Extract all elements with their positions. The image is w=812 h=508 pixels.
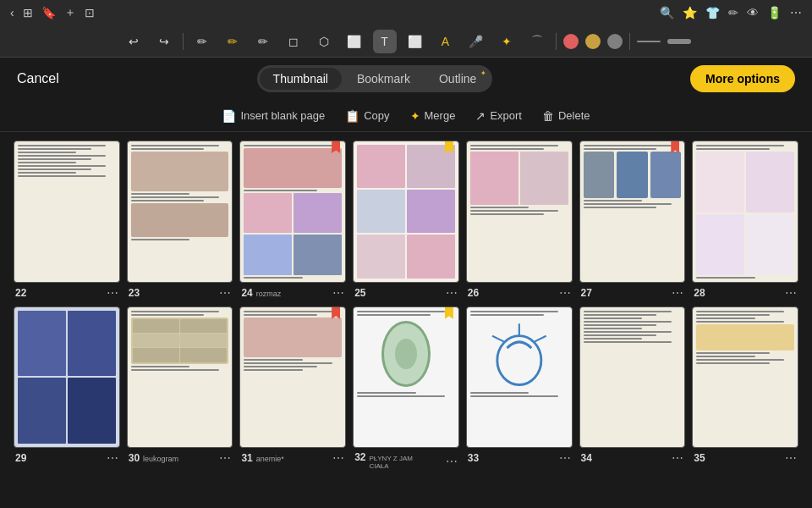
text-line: [244, 145, 332, 146]
text-line: [696, 145, 784, 146]
eye-icon[interactable]: 👁: [747, 6, 759, 19]
text-line: [244, 311, 332, 312]
script-btn[interactable]: ✦: [495, 30, 518, 53]
crop-icon[interactable]: ⊡: [85, 6, 95, 19]
text-line: [584, 203, 672, 205]
page-more-btn[interactable]: ⋯: [446, 455, 458, 468]
page-more-btn[interactable]: ⋯: [219, 286, 231, 300]
export-action[interactable]: ↗ Export: [475, 109, 522, 123]
thumbnail-23[interactable]: [127, 141, 233, 283]
copy-action[interactable]: 📋 Copy: [345, 109, 389, 123]
lasso-btn[interactable]: ⬡: [312, 30, 336, 53]
image-block: [244, 318, 342, 357]
line-style2[interactable]: [667, 39, 691, 44]
page-more-btn[interactable]: ⋯: [559, 286, 571, 300]
micro-cell: [696, 214, 744, 275]
text-line: [470, 311, 558, 312]
page-more-btn[interactable]: ⋯: [446, 286, 458, 300]
add-icon[interactable]: ＋: [64, 5, 76, 20]
cancel-button[interactable]: Cancel: [17, 71, 59, 86]
page-more-btn[interactable]: ⋯: [332, 286, 344, 300]
pencil-btn[interactable]: ✏: [251, 30, 275, 53]
micro-cell: [244, 193, 292, 233]
tab-bookmark[interactable]: Bookmark: [343, 68, 424, 90]
star-icon[interactable]: ⭐: [683, 6, 697, 19]
thumbnail-26[interactable]: [466, 141, 573, 283]
grid-icon[interactable]: ⊞: [23, 6, 33, 19]
copy-label: Copy: [364, 109, 389, 122]
line-style1[interactable]: [637, 41, 661, 42]
color-red[interactable]: [563, 34, 579, 49]
thumbnail-29[interactable]: [14, 306, 120, 449]
page-more-btn[interactable]: ⋯: [785, 286, 797, 300]
tab-thumbnail[interactable]: Thumbnail: [260, 68, 342, 90]
undo-btn[interactable]: ↩: [122, 30, 145, 53]
thumbnail-30[interactable]: [127, 306, 233, 449]
text-line: [470, 392, 529, 394]
micro-image: [696, 152, 794, 275]
insert-page-action[interactable]: 📄 Insert blank page: [222, 109, 325, 123]
text-line: [584, 334, 657, 336]
text-line: [131, 314, 205, 316]
text-line: [696, 359, 784, 361]
shirt-icon[interactable]: 👕: [705, 6, 720, 19]
copy-icon: 📋: [345, 109, 359, 123]
redo-btn[interactable]: ↪: [152, 30, 176, 53]
table-cell: [133, 348, 179, 362]
thumbnail-25[interactable]: [353, 141, 459, 283]
back-icon[interactable]: ‹: [10, 6, 14, 19]
pen-btn[interactable]: ✏: [190, 30, 214, 53]
thumbnail-35[interactable]: [692, 306, 798, 449]
text-btn[interactable]: T: [373, 30, 397, 53]
thumbnail-31[interactable]: [239, 306, 346, 449]
page-more-btn[interactable]: ⋯: [672, 451, 683, 465]
color-gray[interactable]: [607, 34, 623, 49]
micro-image: [244, 193, 342, 274]
textbox-btn[interactable]: ⬜: [403, 30, 427, 53]
pencil-icon[interactable]: ✏: [728, 6, 738, 19]
audio-btn[interactable]: 🎤: [464, 30, 488, 53]
delete-action[interactable]: 🗑 Delete: [542, 109, 590, 123]
page-more-btn[interactable]: ⋯: [107, 451, 118, 465]
thumbnail-27[interactable]: [579, 141, 686, 283]
page-more-btn[interactable]: ⋯: [219, 451, 231, 465]
micro-cell: [357, 190, 405, 233]
color-yellow[interactable]: [585, 34, 601, 49]
thumbnail-32[interactable]: [353, 306, 459, 449]
thumbnail-24[interactable]: [239, 141, 346, 283]
typewriter-btn[interactable]: A: [434, 30, 458, 53]
page-more-btn[interactable]: ⋯: [785, 451, 797, 465]
merge-action[interactable]: ✦ Merge: [410, 109, 456, 123]
page-more-btn[interactable]: ⋯: [672, 286, 683, 300]
tab-outline[interactable]: Outline: [425, 68, 490, 90]
thumbnail-28[interactable]: [692, 141, 798, 283]
thumbnail-33[interactable]: [466, 306, 573, 449]
separator2: [556, 33, 557, 50]
text-line: [18, 152, 76, 153]
highlight-btn[interactable]: ✏: [221, 30, 244, 53]
toolbar: ↩ ↪ ✏ ✏ ✏ ◻ ⬡ ⬜ T ⬜ A 🎤 ✦ ⌒: [0, 25, 812, 58]
image-btn[interactable]: ⬜: [343, 30, 366, 53]
text-line: [584, 328, 642, 329]
battery-icon[interactable]: 🔋: [767, 6, 782, 19]
page-more-btn[interactable]: ⋯: [332, 451, 344, 465]
bookmark-icon[interactable]: 🔖: [41, 6, 56, 19]
eraser-btn[interactable]: ◻: [282, 30, 305, 53]
page-more-btn[interactable]: ⋯: [559, 451, 571, 465]
pen2-btn[interactable]: ⌒: [525, 30, 549, 53]
thumbnail-22[interactable]: [14, 141, 120, 283]
text-line: [244, 359, 302, 361]
more-icon[interactable]: ⋯: [790, 6, 802, 19]
text-line: [244, 369, 302, 371]
text-line: [584, 321, 672, 323]
page-label: anemie*: [256, 455, 284, 463]
micro-cell: [746, 152, 794, 213]
list-item: 22 ⋯: [14, 141, 120, 300]
thumbnail-34[interactable]: [579, 306, 686, 449]
page-number: 31: [241, 452, 252, 464]
more-options-button[interactable]: More options: [690, 65, 795, 92]
search-icon[interactable]: 🔍: [660, 6, 674, 19]
action-bar: 📄 Insert blank page 📋 Copy ✦ Merge ↗ Exp…: [0, 100, 812, 132]
system-bar-left: ‹ ⊞ 🔖 ＋ ⊡: [10, 5, 95, 20]
page-more-btn[interactable]: ⋯: [107, 286, 118, 300]
